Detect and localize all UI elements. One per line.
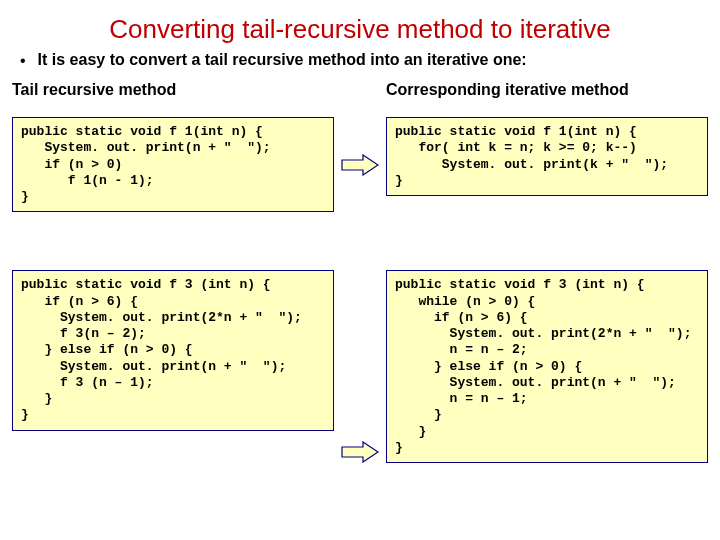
slide: Converting tail-recursive method to iter… [0, 0, 720, 540]
bullet-text: It is easy to convert a tail recursive m… [38, 51, 527, 69]
code-iterative-f1: public static void f 1(int n) { for( int… [386, 117, 708, 196]
code-iterative-f3: public static void f 3 (int n) { while (… [386, 270, 708, 463]
bullet-row: • It is easy to convert a tail recursive… [20, 51, 708, 71]
code-recursive-f1: public static void f 1(int n) { System. … [12, 117, 334, 212]
arrow-right-icon [341, 441, 379, 463]
arrow-right-icon [341, 154, 379, 176]
columns: Tail recursive method Corresponding iter… [12, 81, 708, 463]
left-column-heading: Tail recursive method [12, 81, 334, 99]
bullet-dot-icon: • [20, 51, 26, 71]
arrow-2-cell [340, 270, 380, 469]
code-recursive-f3: public static void f 3 (int n) { if (n >… [12, 270, 334, 430]
arrow-1-cell [340, 117, 380, 212]
spacer-left [12, 226, 334, 256]
svg-marker-1 [342, 442, 378, 462]
svg-marker-0 [342, 155, 378, 175]
slide-title: Converting tail-recursive method to iter… [12, 14, 708, 45]
spacer-right [386, 226, 708, 256]
right-column-heading: Corresponding iterative method [386, 81, 708, 99]
